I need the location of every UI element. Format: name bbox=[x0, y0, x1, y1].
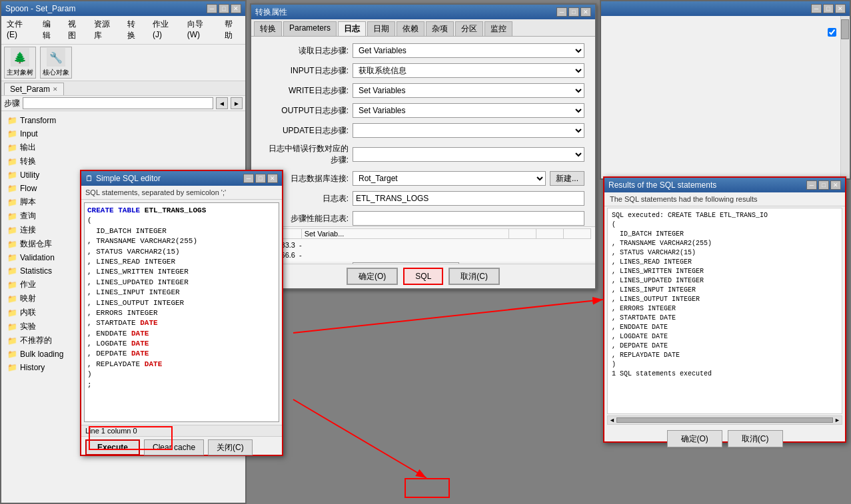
transform-ok-btn[interactable]: 确定(O) bbox=[347, 268, 398, 285]
svg-line-2 bbox=[293, 300, 603, 333]
tab-transform[interactable]: 转换 bbox=[254, 21, 282, 36]
sql-line-4: , TRANSNAME VARCHAR2(255) bbox=[87, 236, 276, 246]
transform-cancel-btn[interactable]: 取消(C) bbox=[448, 268, 500, 285]
menu-transform[interactable]: 转换 bbox=[125, 17, 145, 43]
top-right-checkbox[interactable] bbox=[828, 28, 836, 37]
tab-dependency[interactable]: 依赖 bbox=[397, 21, 425, 36]
results-content-area[interactable]: SQL executed: CREATE TABLE ETL_TRANS_IO … bbox=[607, 208, 842, 414]
right-panel-scrollbar[interactable] bbox=[840, 16, 850, 178]
error-log-select[interactable] bbox=[353, 147, 584, 162]
menu-view[interactable]: 视图 bbox=[65, 17, 86, 43]
tree-label-job: 作业 bbox=[20, 279, 36, 290]
tree-label-mapping: 映射 bbox=[20, 293, 36, 304]
transform-minimize-btn[interactable]: ─ bbox=[556, 7, 567, 17]
results-maximize-btn[interactable]: □ bbox=[818, 180, 829, 190]
menu-wizard[interactable]: 向导(W) bbox=[185, 17, 217, 43]
tab-parameters[interactable]: Parameters bbox=[283, 21, 337, 36]
sql-line-8: , LINES_UPDATED INTEGER bbox=[87, 278, 276, 288]
right-top-maximize[interactable]: □ bbox=[823, 4, 834, 13]
write-log-select[interactable]: Set Variables bbox=[353, 83, 584, 98]
main-minimize-btn[interactable]: ─ bbox=[207, 4, 217, 13]
perf-log-input[interactable] bbox=[353, 211, 584, 226]
transform-maximize-btn[interactable]: □ bbox=[568, 7, 579, 17]
folder-mapping-icon: 📁 bbox=[7, 294, 17, 304]
main-close-btn[interactable]: ✕ bbox=[231, 4, 241, 13]
menu-help[interactable]: 帮助 bbox=[222, 17, 243, 43]
tab-misc[interactable]: 杂项 bbox=[426, 21, 454, 36]
step-search-btn2[interactable]: ► bbox=[231, 97, 243, 109]
sql-editor-window: 🗒 Simple SQL editor ─ □ ✕ SQL statements… bbox=[80, 170, 283, 456]
sql-line-16: , REPLAYDATE DATE bbox=[87, 360, 276, 370]
sql-close-btn-title[interactable]: ✕ bbox=[267, 174, 278, 183]
tree-label-connect: 连接 bbox=[20, 224, 36, 236]
folder-output-icon: 📁 bbox=[7, 142, 17, 153]
log-db-select[interactable]: Rot_Target bbox=[353, 171, 546, 186]
results-ok-btn[interactable]: 确定(O) bbox=[667, 430, 722, 447]
tab-log[interactable]: 日志 bbox=[338, 21, 366, 36]
log-db-select-wrapper: Rot_Target bbox=[353, 171, 546, 186]
menu-resource[interactable]: 资源库 bbox=[91, 17, 119, 43]
tab-set-param[interactable]: Set_Param ✕ bbox=[4, 83, 64, 95]
tree-label-transform: Transform bbox=[20, 116, 56, 125]
tab-monitor[interactable]: 监控 bbox=[484, 21, 512, 36]
sql-close-window-btn[interactable]: 关闭(C) bbox=[208, 439, 253, 455]
read-log-select[interactable]: Get Variables bbox=[353, 43, 584, 58]
sql-window-icon: 🗒 bbox=[85, 174, 93, 183]
results-close-btn[interactable]: ✕ bbox=[830, 180, 841, 190]
tab-date[interactable]: 日期 bbox=[367, 21, 395, 36]
sql-maximize-btn[interactable]: □ bbox=[255, 174, 266, 183]
main-objects-btn[interactable]: 🌲 主对象树 bbox=[4, 47, 36, 79]
tree-item-transform2[interactable]: 📁 转换 bbox=[4, 154, 243, 168]
step-search-input[interactable] bbox=[23, 97, 213, 109]
write-log-label: WRITE日志步骤: bbox=[262, 85, 349, 97]
core-objects-icon: 🔧 bbox=[47, 48, 65, 67]
tree-item-transform[interactable]: 📁 Transform bbox=[4, 114, 243, 127]
folder-deprecated-icon: 📁 bbox=[7, 336, 17, 346]
step-search-btn1[interactable]: ◄ bbox=[216, 97, 228, 109]
scroll-left-icon: ◄ bbox=[609, 417, 615, 423]
input-log-select[interactable]: 获取系统信息 bbox=[353, 63, 584, 78]
tab-close-icon[interactable]: ✕ bbox=[53, 86, 58, 93]
sql-line-9: , LINES_INPUT INTEGER bbox=[87, 288, 276, 298]
tree-label-query: 查询 bbox=[20, 210, 36, 222]
sql-footer: Execute Clear cache 关闭(C) bbox=[81, 437, 282, 458]
tab-partition[interactable]: 分区 bbox=[455, 21, 483, 36]
result-line-12: , STARTDATE DATE bbox=[612, 314, 838, 323]
step-label: 步骤 bbox=[4, 98, 20, 109]
menu-job[interactable]: 作业(J) bbox=[150, 17, 179, 43]
output-log-select[interactable]: Set Variables bbox=[353, 103, 584, 118]
update-log-select[interactable] bbox=[353, 123, 584, 138]
step-search-area: 步骤 ◄ ► bbox=[1, 96, 245, 111]
tree-item-output[interactable]: 📁 输出 bbox=[4, 140, 243, 154]
output-log-select-wrapper: Set Variables bbox=[353, 103, 584, 118]
tree-label-bulkload: Bulk loading bbox=[20, 350, 63, 359]
sql-clear-cache-btn[interactable]: Clear cache bbox=[144, 439, 204, 455]
folder-flow-icon: 📁 bbox=[7, 183, 17, 194]
sql-execute-btn[interactable]: Execute bbox=[85, 439, 140, 455]
sql-line-7: , LINES_WRITTEN INTEGER bbox=[87, 267, 276, 277]
new-db-btn[interactable]: 新建... bbox=[550, 171, 584, 186]
transform-sql-btn[interactable]: SQL bbox=[403, 268, 443, 285]
core-objects-btn[interactable]: 🔧 核心对象 bbox=[40, 47, 72, 79]
results-minimize-btn[interactable]: ─ bbox=[806, 180, 817, 190]
log-table-input[interactable] bbox=[353, 191, 584, 206]
sql-line-10: , LINES_OUTPUT INTEGER bbox=[87, 298, 276, 308]
menu-file[interactable]: 文件(E) bbox=[4, 17, 35, 43]
form-row-update-log: UPDATE日志步骤: bbox=[262, 123, 584, 138]
transform-close-btn[interactable]: ✕ bbox=[580, 7, 591, 17]
right-top-minimize[interactable]: ─ bbox=[811, 4, 822, 13]
tree-item-input[interactable]: 📁 Input bbox=[4, 127, 243, 140]
read-log-select-wrapper: Get Variables bbox=[353, 43, 584, 58]
sql-editor-area[interactable]: CREATE TABLE ETL_TRANS_LOGS ( ID_BATCH I… bbox=[84, 202, 279, 422]
results-hscrollbar[interactable]: ◄ ► bbox=[607, 415, 842, 425]
result-line-5: , STATUS VARCHAR2(15) bbox=[612, 248, 838, 258]
main-maximize-btn[interactable]: □ bbox=[219, 4, 229, 13]
menu-edit[interactable]: 编辑 bbox=[40, 17, 61, 43]
result-line-6: , LINES_READ INTEGER bbox=[612, 258, 838, 267]
hscroll-thumb bbox=[616, 417, 833, 423]
step-row-val3 bbox=[564, 229, 591, 239]
right-top-close[interactable]: ✕ bbox=[835, 4, 846, 13]
sql-line-17: ) bbox=[87, 370, 276, 379]
sql-minimize-btn[interactable]: ─ bbox=[243, 174, 254, 183]
results-cancel-btn[interactable]: 取消(C) bbox=[728, 430, 783, 447]
